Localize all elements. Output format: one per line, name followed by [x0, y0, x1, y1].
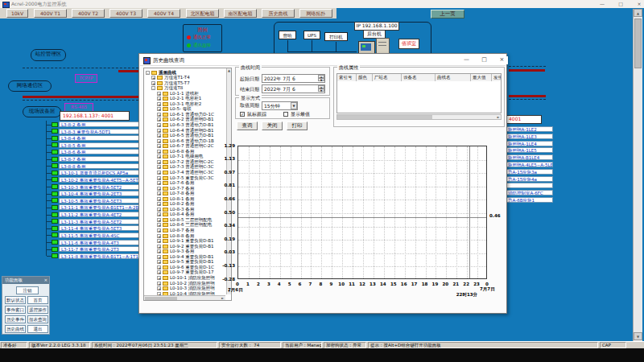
props-hscrollbar[interactable]: ► [336, 114, 502, 120]
device-item[interactable]: 消防控制室A-6FC [506, 190, 553, 195]
tree-expand-icon[interactable]: + [157, 150, 161, 154]
tree-item[interactable]: L0-6-3 普通动力D-B1 [170, 122, 214, 127]
tree-item[interactable]: L0-9-3 备用 [170, 249, 194, 253]
device-item[interactable]: L3-11-6 事故重要负荷A-4T3 [59, 240, 142, 245]
tree-expand-icon[interactable]: + [157, 154, 161, 158]
tab-7[interactable]: 南区配电箱 [224, 9, 257, 18]
tree-expand-icon[interactable]: + [151, 76, 155, 80]
tab-5[interactable]: 400V T4 [147, 9, 180, 18]
device-item[interactable]: L3-10-1 需量直流总柜DCS AP5a [59, 170, 142, 175]
maximize-icon[interactable]: □ [614, 1, 627, 7]
tree-hscrollbar[interactable]: ► [144, 295, 225, 300]
tree-item[interactable]: L0-6-8 备用 [170, 149, 194, 154]
device-item[interactable]: L3-8-7 备用 [59, 156, 142, 162]
tree-item[interactable]: L0-10-1 消防应急照明 [170, 275, 215, 280]
logout-button[interactable]: 注销 [16, 286, 39, 294]
tree-item[interactable]: L0-3-1 电容柜2 [170, 101, 201, 106]
tree-expand-icon[interactable]: + [157, 191, 161, 195]
tree-item[interactable]: L0-8-6 三层照明配电 [170, 222, 212, 227]
tree-expand-icon[interactable]: + [157, 160, 161, 164]
tree-expand-icon[interactable]: + [157, 265, 161, 269]
tree-expand-icon[interactable]: + [157, 208, 161, 212]
function-panel-close-icon[interactable]: × [43, 277, 47, 284]
tree-expand-icon[interactable]: + [157, 255, 161, 259]
tree-expand-icon[interactable]: + [157, 171, 161, 175]
device-item[interactable]: L3-8-2 备用 [59, 121, 142, 127]
date-field[interactable]: 2022年 7月 6 [262, 74, 325, 83]
device-item[interactable]: L3-8-5 备用 [59, 142, 142, 148]
tree-item[interactable]: L0-1-1 进线柜 [170, 91, 199, 96]
tree-scroll-right-icon[interactable]: ► [221, 296, 225, 300]
tree-hscroll-thumb[interactable] [145, 297, 177, 300]
tree-expand-icon[interactable]: + [157, 260, 161, 264]
tree-expand-icon[interactable]: + [157, 270, 161, 274]
device-item[interactable]: L3-10-5 事故重要负荷A-5ET3 [59, 198, 142, 204]
tree-expand-icon[interactable]: + [157, 245, 161, 249]
device-item[interactable]: L3-10-4 事故重要负荷A-2ET3 [59, 191, 142, 196]
device-item[interactable]: 急照明A-1LE4 [506, 141, 553, 146]
tree-item[interactable]: L0-6-4 普通照明D-B1 [170, 128, 214, 133]
tree-expand-icon[interactable]: + [157, 187, 161, 191]
tab-4[interactable]: 400V T3 [109, 9, 142, 18]
device-item[interactable] [506, 183, 553, 188]
function-button[interactable]: 退出 [27, 325, 48, 333]
tree-expand-icon[interactable]: + [157, 129, 161, 133]
function-button[interactable]: 历史事件 [5, 315, 26, 323]
tree-item[interactable]: L0-8-8 备用 [170, 233, 194, 238]
tree-item[interactable]: L0-7-8 备用 [170, 191, 194, 195]
tree-expand-icon[interactable]: + [157, 218, 161, 222]
device-item[interactable]: L3-11-1 事故重要负荷A-B1ET1~A-2B [59, 204, 142, 210]
tree-expand-icon[interactable]: + [157, 212, 161, 216]
device-item[interactable]: L3-11-3 事故重要负荷A-5ET2 [59, 219, 142, 224]
function-button[interactable]: 事件窗口 [5, 306, 26, 314]
tree-item[interactable]: L0-7-2 普通照明C-2C [170, 159, 213, 164]
tree-expand-icon[interactable]: + [157, 107, 161, 111]
canvas-scrollbar[interactable]: ▲ ▼ [633, 9, 642, 341]
function-button[interactable]: 报表查询 [27, 315, 48, 323]
function-button[interactable]: 默认状态 [5, 296, 26, 304]
tree-vscrollbar[interactable]: ▲ ▼ [226, 68, 231, 294]
device-item[interactable]: 力A-15应急3a [506, 169, 553, 175]
tab-2[interactable]: 400V T1 [34, 9, 67, 18]
tree-expand-icon[interactable]: + [157, 197, 161, 201]
tree-expand-icon[interactable]: + [157, 228, 161, 232]
device-item[interactable]: L3-11-8 事故重要负荷A-B1T1~A-1T1 [59, 253, 142, 259]
tree-expand-icon[interactable]: + [157, 113, 161, 117]
print-button[interactable]: 打印 [287, 121, 308, 130]
tree-item[interactable]: L0-9-4 重要负荷D-B1 [170, 254, 214, 259]
date-field[interactable]: 2022年 7月 6 [262, 84, 325, 93]
function-button[interactable]: 历史曲线 [5, 325, 26, 333]
device-item[interactable]: L3-10-3 事故重要负荷A-5ET2 [59, 184, 142, 190]
tree-item[interactable]: L0-9-6 重要负荷D-1C [170, 265, 214, 269]
device-item[interactable]: 力A-6B应急1 [506, 197, 553, 203]
tree-expand-icon[interactable]: + [157, 202, 161, 206]
device-item[interactable]: L3-8-6 备用 [59, 149, 142, 154]
scrollbar-thumb[interactable] [634, 19, 642, 68]
tree-item[interactable]: L0-9-7 重要负荷D-17 [170, 269, 214, 274]
tree-item[interactable]: L0-7-4 普通照明C-3C [170, 170, 213, 175]
tree-expand-icon[interactable]: + [157, 239, 161, 243]
period-dropdown-icon[interactable]: ▼ [291, 102, 297, 109]
tree-item[interactable]: L0-8-4 备用 [170, 212, 194, 216]
device-item[interactable]: L3-11-4 事故重要负荷A-5ET3 [59, 225, 142, 231]
function-button[interactable]: 遥控操作 [27, 306, 48, 314]
function-button[interactable]: 首页 [27, 296, 48, 304]
tree-item[interactable]: L0-10-2 消防应急照明 [170, 281, 215, 286]
props-scroll-right-icon[interactable]: ► [496, 115, 501, 119]
tree-expand-icon[interactable]: - [146, 71, 150, 75]
tree-item[interactable]: L0-7-5 重要负荷C-3C [170, 175, 213, 180]
tree-item[interactable]: 万佳道T1-T4 [164, 75, 190, 80]
dialog-minimize-icon[interactable]: — [460, 56, 473, 64]
tree-item[interactable]: L0-7-3 普通照明C-3C [170, 164, 213, 169]
tree-expand-icon[interactable]: + [157, 123, 161, 127]
tree-expand-icon[interactable]: + [157, 286, 161, 290]
tree-item[interactable]: L0-8-2 备用 [170, 201, 194, 206]
dialog-titlebar[interactable]: 历史曲线查询 [140, 55, 506, 66]
tree-expand-icon[interactable]: + [151, 81, 155, 85]
device-item[interactable]: 急照明A-1LE3 [506, 134, 553, 139]
tree-item[interactable]: L0-9-1 重要负荷D-B1 [170, 238, 214, 243]
close-button[interactable]: 关闭 [262, 121, 283, 130]
minimize-icon[interactable]: — [596, 1, 609, 7]
tree-expand-icon[interactable]: + [157, 165, 161, 169]
tree-expand-icon[interactable]: + [157, 282, 161, 286]
